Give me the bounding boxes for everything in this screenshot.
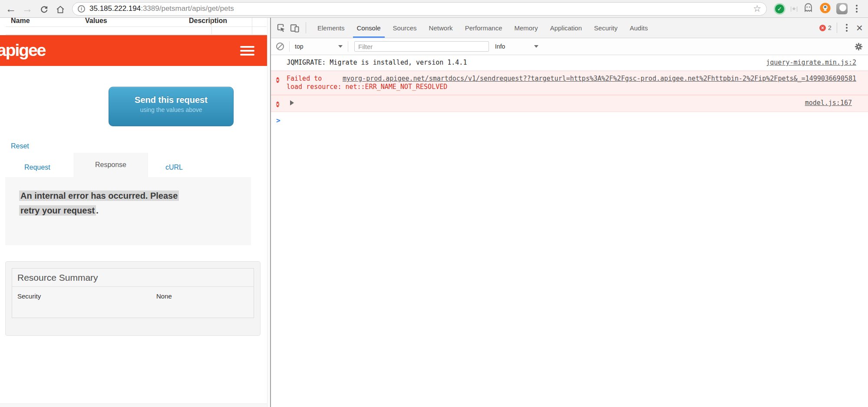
- resource-summary-card: Resource Summary Security None: [5, 261, 261, 336]
- error-gutter: ×: [276, 99, 287, 108]
- chevron-down-icon: [534, 45, 538, 48]
- tab-response[interactable]: Response: [73, 153, 148, 177]
- error-badge-icon: ×: [819, 25, 826, 31]
- devtools-tab-security[interactable]: Security: [588, 18, 624, 38]
- error-count-badge[interactable]: × 2: [819, 24, 832, 31]
- error-text-suffix: load resource: net::ERR_NAME_NOT_RESOLVE…: [287, 83, 856, 91]
- devtools-menu-icon[interactable]: [842, 22, 851, 33]
- openvpn-extension-icon[interactable]: [819, 2, 832, 16]
- error-gutter: ×: [276, 75, 287, 84]
- log-level-select[interactable]: Info: [495, 43, 538, 50]
- ghost-extension-icon[interactable]: [802, 2, 814, 16]
- browser-toolbar: ← → i 35.185.222.194:3389/petsmart/apis/…: [0, 0, 868, 18]
- console-log-row: JQMIGRATE: Migrate is installed, version…: [271, 55, 868, 71]
- resource-summary-box: Resource Summary Security None: [12, 268, 254, 318]
- apigee-logo: apigee: [0, 41, 46, 60]
- source-link[interactable]: jquery-migrate.min.js:2: [766, 59, 856, 67]
- gray-square-extension-icon[interactable]: [836, 3, 848, 14]
- tab-curl[interactable]: cURL: [165, 164, 183, 171]
- forward-icon[interactable]: →: [19, 0, 36, 17]
- url-path: :3389/petsmart/apis/get/pets: [141, 4, 234, 13]
- hamburger-menu-icon[interactable]: [240, 46, 254, 58]
- console-log-text: JQMIGRATE: Migrate is installed, version…: [287, 59, 467, 67]
- inspect-element-icon[interactable]: [276, 23, 286, 33]
- security-value: None: [156, 292, 172, 300]
- console-prompt[interactable]: >: [271, 112, 868, 129]
- response-error-line1: An internal error has occurred. Please: [19, 190, 179, 201]
- page-pane: Name Values Description apigee Send this…: [0, 18, 270, 407]
- devtools-divider[interactable]: [270, 18, 271, 407]
- devtools-tab-sources[interactable]: Sources: [387, 18, 423, 38]
- console-filter-input[interactable]: [354, 41, 489, 52]
- page-scrollbar[interactable]: [267, 18, 270, 407]
- console-error-row: × Failed to myorg-prod.apigee.net/smartd…: [271, 71, 868, 95]
- table-column-divider: [252, 18, 252, 35]
- devtools-tab-network[interactable]: Network: [423, 18, 459, 38]
- devtools-tab-console[interactable]: Console: [351, 18, 387, 38]
- page-footer-edge: [0, 404, 270, 407]
- tab-request[interactable]: Request: [24, 164, 50, 171]
- console-toolbar: top Info: [271, 38, 868, 55]
- send-request-subtitle: using the values above: [109, 106, 233, 113]
- devtools-tab-application[interactable]: Application: [544, 18, 588, 38]
- log-gutter: [276, 59, 287, 59]
- error-text-prefix: Failed to: [287, 75, 322, 83]
- execution-context-select[interactable]: top: [295, 43, 343, 50]
- green-check-extension-icon[interactable]: ✓: [774, 3, 785, 15]
- devtools-tabs: Elements Console Sources Network Perform…: [311, 18, 654, 38]
- expand-triangle-icon[interactable]: [290, 100, 294, 105]
- error-icon: ×: [276, 102, 279, 107]
- clear-console-icon[interactable]: [276, 43, 284, 50]
- apigee-header-banner: apigee: [0, 35, 270, 66]
- extension-area: ✓ |★|: [774, 2, 861, 16]
- response-panel: An internal error has occurred. Please r…: [5, 177, 251, 245]
- device-toolbar-icon[interactable]: [290, 23, 300, 33]
- send-request-title: Send this request: [109, 95, 233, 105]
- chevron-down-icon: [338, 45, 343, 48]
- log-level-value: Info: [495, 43, 505, 50]
- disabled-extension-icon[interactable]: |★|: [790, 6, 798, 12]
- console-settings-gear-icon[interactable]: [855, 43, 863, 51]
- devtools-tabbar: Elements Console Sources Network Perform…: [271, 18, 868, 38]
- page-info-icon[interactable]: i: [78, 5, 85, 13]
- bookmark-star-icon[interactable]: ☆: [753, 3, 761, 14]
- devtools-close-icon[interactable]: ×: [856, 23, 863, 32]
- resource-summary-row: Security None: [12, 287, 254, 305]
- send-request-button[interactable]: Send this request using the values above: [109, 87, 234, 126]
- response-error-message: An internal error has occurred. Please r…: [19, 188, 232, 218]
- table-border: [6, 34, 267, 35]
- response-error-line2: retry your request: [19, 205, 96, 216]
- devtools-tab-performance[interactable]: Performance: [459, 18, 508, 38]
- table-header-description: Description: [189, 18, 227, 26]
- execution-context-value: top: [295, 43, 303, 50]
- url-host: 35.185.222.194: [89, 4, 141, 13]
- response-error-tail: .: [96, 206, 99, 215]
- source-link[interactable]: model.js:167: [805, 99, 852, 107]
- prompt-chevron-icon: >: [276, 116, 281, 125]
- devtools-tab-elements[interactable]: Elements: [311, 18, 351, 38]
- table-column-divider: [211, 18, 212, 35]
- reset-link[interactable]: Reset: [11, 142, 29, 150]
- error-icon: ×: [276, 77, 279, 83]
- home-icon[interactable]: [52, 0, 69, 17]
- browser-menu-icon[interactable]: [852, 3, 861, 14]
- devtools-tab-memory[interactable]: Memory: [508, 18, 544, 38]
- reload-icon[interactable]: [36, 0, 52, 17]
- resource-summary-title: Resource Summary: [12, 269, 254, 287]
- back-icon[interactable]: ←: [3, 0, 19, 17]
- browser-window: ← → i 35.185.222.194:3389/petsmart/apis/…: [0, 0, 868, 407]
- error-message-body: Failed to myorg-prod.apigee.net/smartdoc…: [287, 75, 856, 91]
- address-bar[interactable]: i 35.185.222.194:3389/petsmart/apis/get/…: [72, 2, 767, 16]
- error-count: 2: [828, 24, 832, 31]
- table-header-values: Values: [85, 18, 107, 26]
- toolbar-separator: [306, 22, 306, 33]
- devtools-panel: Elements Console Sources Network Perform…: [271, 18, 868, 407]
- request-url-link[interactable]: myorg-prod.apigee.net/smartdocs/v1/sendr…: [343, 75, 856, 83]
- security-label: Security: [17, 292, 156, 300]
- table-border: [6, 26, 267, 27]
- devtools-tab-audits[interactable]: Audits: [624, 18, 654, 38]
- console-error-row-collapsed: × model.js:167: [271, 95, 868, 112]
- url-text: 35.185.222.194:3389/petsmart/apis/get/pe…: [89, 4, 234, 13]
- table-header-name: Name: [11, 18, 30, 26]
- toolbar-separator: [289, 41, 290, 52]
